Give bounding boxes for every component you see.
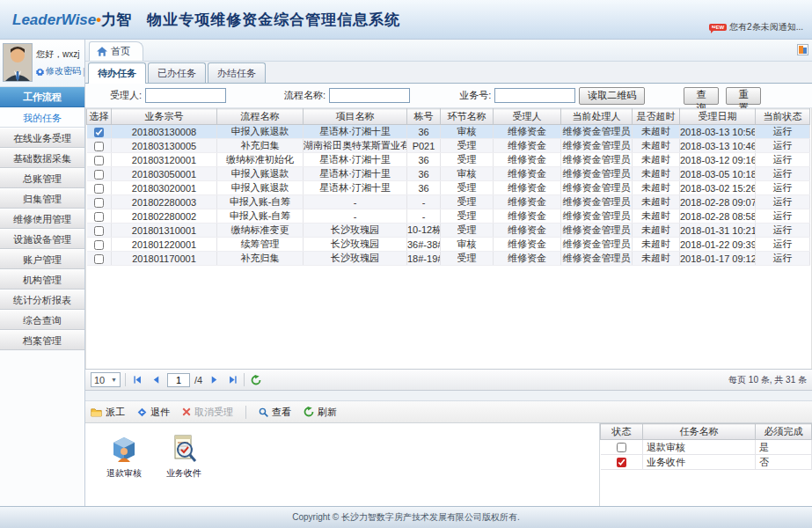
first-page-button[interactable] bbox=[130, 373, 144, 387]
cell: 36#-38# bbox=[407, 238, 441, 252]
query-button[interactable]: 查询 bbox=[684, 87, 719, 105]
tab-todo[interactable]: 待办任务 bbox=[88, 62, 146, 84]
cell: 201802280002 bbox=[112, 209, 217, 224]
row-select-checkbox[interactable] bbox=[94, 156, 104, 165]
sidebar-item-online-business[interactable]: 在线业务受理 bbox=[0, 128, 84, 148]
sidebar-item-query[interactable]: 综合查询 bbox=[0, 310, 84, 330]
cell: 受理 bbox=[441, 209, 494, 224]
task-status-table: 状态任务名称必须完成 退款审核是业务收件否 bbox=[600, 423, 812, 470]
column-header-1[interactable]: 业务宗号 bbox=[112, 109, 217, 125]
cell: 星语林·汀湘十里 bbox=[304, 167, 407, 181]
table-row: 201803050001申报入账退款星语林·汀湘十里36审核维修资金维修资金管理… bbox=[87, 167, 810, 181]
divider bbox=[85, 391, 812, 401]
row-select-checkbox[interactable] bbox=[94, 184, 104, 194]
notification-link[interactable]: NEW 您有2条未阅通知... bbox=[709, 21, 803, 33]
task-checkbox[interactable] bbox=[617, 458, 626, 467]
cell: 维修资金 bbox=[494, 153, 561, 167]
column-header-9[interactable]: 受理日期 bbox=[680, 109, 756, 125]
layout-toggle-icon[interactable] bbox=[797, 44, 808, 55]
tab-done[interactable]: 已办任务 bbox=[148, 62, 206, 83]
cell: 维修资金管理员 bbox=[561, 224, 633, 238]
task-status-table-area: 状态任务名称必须完成 退款审核是业务收件否 bbox=[599, 423, 812, 506]
column-header-6[interactable]: 受理人 bbox=[494, 109, 561, 125]
breadcrumb-home-tab[interactable]: 首页 bbox=[89, 41, 143, 61]
cell: 维修资金 bbox=[494, 195, 561, 209]
notice-text[interactable]: 您有2条未阅通知... bbox=[729, 21, 803, 33]
select-cell bbox=[87, 252, 112, 266]
cell: 维修资金管理员 bbox=[561, 195, 633, 209]
sidebar-item-workflow[interactable]: 工作流程 bbox=[0, 87, 84, 107]
process-name-input[interactable] bbox=[329, 88, 410, 103]
refresh-grid-icon[interactable] bbox=[249, 373, 263, 387]
column-header-0[interactable]: 选择 bbox=[87, 109, 112, 125]
shortcut-business-receipt[interactable]: 业务收件 bbox=[161, 434, 207, 506]
dispatch-button[interactable]: 派工 bbox=[91, 406, 125, 419]
row-select-checkbox[interactable] bbox=[94, 254, 104, 264]
task-row: 退款审核是 bbox=[601, 440, 812, 455]
sidebar-item-base-data[interactable]: 基础数据采集 bbox=[0, 148, 84, 168]
column-header-8[interactable]: 是否超时 bbox=[633, 109, 680, 125]
page-size-select[interactable]: 10▼ bbox=[91, 372, 121, 387]
cell: 未超时 bbox=[633, 209, 680, 224]
column-header-5[interactable]: 环节名称 bbox=[441, 109, 494, 125]
task-name-cell: 业务收件 bbox=[643, 455, 756, 470]
next-page-button[interactable] bbox=[207, 373, 221, 387]
acceptor-input[interactable] bbox=[145, 88, 226, 103]
cell: 201802280003 bbox=[112, 195, 217, 209]
row-select-checkbox[interactable] bbox=[94, 226, 104, 236]
table-row: 201802280003申报入账-自筹--受理维修资金维修资金管理员未超时201… bbox=[87, 195, 810, 209]
cancel-icon bbox=[182, 407, 191, 416]
sidebar-item-facility[interactable]: 设施设备管理 bbox=[0, 229, 84, 249]
prev-page-button[interactable] bbox=[149, 373, 163, 387]
sidebar-item-my-tasks[interactable]: 我的任务 bbox=[0, 107, 84, 128]
total-pages-label: /4 bbox=[194, 375, 202, 385]
refund-review-icon bbox=[109, 434, 139, 464]
home-icon bbox=[97, 47, 107, 56]
task-checkbox[interactable] bbox=[617, 443, 626, 452]
sidebar-item-collection[interactable]: 归集管理 bbox=[0, 188, 84, 209]
view-button[interactable]: 查看 bbox=[259, 406, 291, 419]
sidebar-item-ledger[interactable]: 总账管理 bbox=[0, 168, 84, 188]
column-header-3[interactable]: 项目名称 bbox=[304, 109, 407, 125]
cell: 审核 bbox=[441, 238, 494, 252]
change-password-link[interactable]: 修改密码 bbox=[46, 65, 81, 77]
cell: 受理 bbox=[441, 181, 494, 195]
row-select-checkbox[interactable] bbox=[94, 170, 104, 180]
sidebar-item-maintenance-use[interactable]: 维修使用管理 bbox=[0, 209, 84, 229]
cell: 受理 bbox=[441, 139, 494, 153]
row-select-checkbox[interactable] bbox=[94, 198, 104, 208]
cell: 未超时 bbox=[633, 238, 680, 252]
business-no-input[interactable] bbox=[494, 88, 575, 103]
cell: P021 bbox=[407, 139, 441, 153]
task-required-cell: 是 bbox=[756, 440, 812, 455]
task-status-cell bbox=[601, 440, 643, 455]
refresh-button[interactable]: 刷新 bbox=[304, 406, 337, 419]
row-select-checkbox[interactable] bbox=[94, 240, 104, 250]
column-header-7[interactable]: 当前处理人 bbox=[561, 109, 633, 125]
row-select-checkbox[interactable] bbox=[94, 212, 104, 222]
cell: 201801220001 bbox=[112, 238, 217, 252]
cell: 2018-03-13 10:46:42 bbox=[680, 139, 756, 153]
tab-finished[interactable]: 办结任务 bbox=[208, 62, 266, 83]
cell: 2018-02-28 08:58:05 bbox=[680, 209, 756, 224]
column-header-4[interactable]: 栋号 bbox=[407, 109, 441, 125]
row-select-checkbox[interactable] bbox=[94, 128, 104, 137]
row-select-checkbox[interactable] bbox=[94, 142, 104, 151]
cell: 维修资金 bbox=[494, 125, 561, 139]
sidebar-item-report[interactable]: 统计分析报表 bbox=[0, 290, 84, 310]
cell: 运行 bbox=[756, 167, 810, 181]
cell: 缴纳标准初始化 bbox=[217, 153, 304, 167]
read-qr-button[interactable]: 读取二维码 bbox=[579, 87, 645, 105]
sidebar-item-account[interactable]: 账户管理 bbox=[0, 249, 84, 269]
return-item-button[interactable]: 退件 bbox=[137, 406, 170, 419]
column-header-10[interactable]: 当前状态 bbox=[756, 109, 810, 125]
sidebar-item-organization[interactable]: 机构管理 bbox=[0, 269, 84, 290]
reset-button[interactable]: 重置 bbox=[726, 87, 761, 105]
last-page-button[interactable] bbox=[225, 373, 239, 387]
sidebar-item-archive[interactable]: 档案管理 bbox=[0, 330, 84, 350]
shortcut-refund-review[interactable]: 退款审核 bbox=[101, 434, 147, 506]
divider bbox=[245, 406, 246, 419]
chevron-down-icon: ▼ bbox=[111, 377, 117, 383]
page-number-input[interactable] bbox=[167, 373, 190, 387]
column-header-2[interactable]: 流程名称 bbox=[217, 109, 304, 125]
